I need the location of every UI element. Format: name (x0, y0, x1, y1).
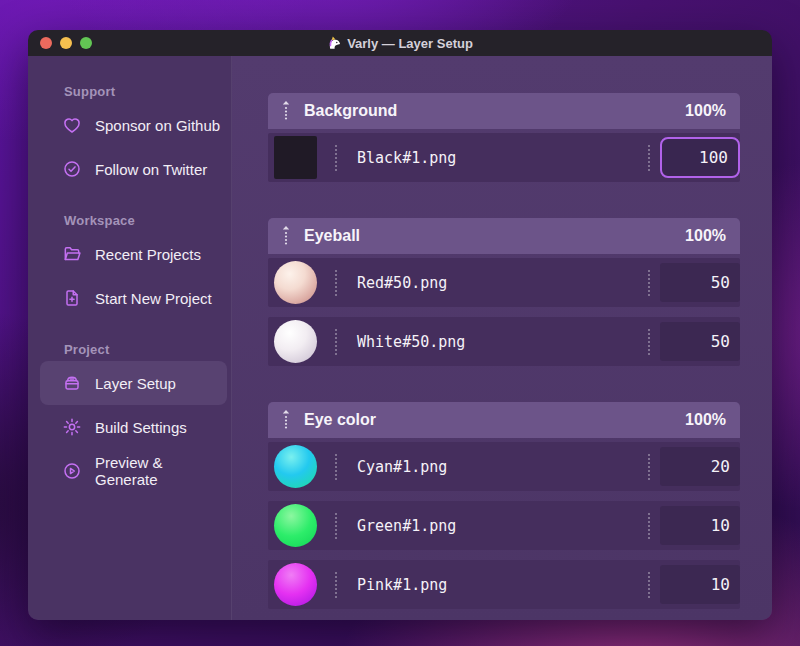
sidebar-section-label: Workspace (28, 213, 231, 232)
window-title: Varly — Layer Setup (28, 36, 772, 51)
layer-weight-input[interactable] (660, 263, 740, 302)
layer-row[interactable]: Green#1.png (268, 501, 740, 550)
gear-icon (62, 417, 82, 437)
layer-filename: Cyan#1.png (357, 458, 447, 476)
divider (648, 513, 650, 539)
layer-weight-input[interactable] (660, 565, 740, 604)
drag-handle-icon[interactable] (280, 225, 292, 247)
sidebar-item-label: Preview & Generate (95, 454, 227, 488)
divider (335, 270, 337, 296)
sidebar-section: Workspace Recent Projects Start New Proj… (28, 213, 231, 320)
sidebar-item-follow-on-twitter[interactable]: Follow on Twitter (40, 147, 227, 191)
red-sphere-thumbnail (274, 261, 317, 304)
divider (648, 454, 650, 480)
sidebar-section: Support Sponsor on Github Follow on Twit… (28, 84, 231, 191)
layer-weight-input[interactable] (660, 322, 740, 361)
sidebar-item-sponsor-on-github[interactable]: Sponsor on Github (40, 103, 227, 147)
layer-filename: Green#1.png (357, 517, 456, 535)
layer-group-title: Eyeball (304, 227, 360, 245)
layer-group-percent: 100% (685, 411, 726, 429)
layer-filename: Black#1.png (357, 149, 456, 167)
layer-group-eye-color: Eye color 100% Cyan#1.png Green#1.png Pi… (268, 402, 740, 609)
layers-icon (62, 373, 82, 393)
sidebar-item-recent-projects[interactable]: Recent Projects (40, 232, 227, 276)
black-square-thumbnail (274, 136, 317, 179)
sidebar-item-label: Sponsor on Github (95, 117, 220, 134)
green-sphere-thumbnail (274, 504, 317, 547)
divider (335, 329, 337, 355)
white-sphere-thumbnail (274, 320, 317, 363)
layer-group-percent: 100% (685, 102, 726, 120)
traffic-lights (40, 37, 92, 49)
layer-weight-input[interactable] (660, 447, 740, 486)
window-title-text: Varly — Layer Setup (347, 36, 473, 51)
sidebar-item-label: Layer Setup (95, 375, 176, 392)
heart-icon (62, 115, 82, 135)
layer-row[interactable]: Red#50.png (268, 258, 740, 307)
sidebar-section-label: Support (28, 84, 231, 103)
layer-row[interactable]: Cyan#1.png (268, 442, 740, 491)
window-body: Support Sponsor on Github Follow on Twit… (28, 56, 772, 620)
divider (335, 513, 337, 539)
divider (648, 572, 650, 598)
close-button[interactable] (40, 37, 52, 49)
zoom-button[interactable] (80, 37, 92, 49)
layer-group-title: Eye color (304, 411, 376, 429)
sidebar-item-label: Recent Projects (95, 246, 201, 263)
divider (648, 329, 650, 355)
layer-filename: Red#50.png (357, 274, 447, 292)
divider (335, 145, 337, 171)
divider (335, 454, 337, 480)
desktop-background: Varly — Layer Setup Support Sponsor on G… (0, 0, 800, 646)
layer-setup-panel: Background 100% Black#1.png Eyeball 100% (232, 56, 772, 620)
app-window: Varly — Layer Setup Support Sponsor on G… (28, 30, 772, 620)
drag-handle-icon[interactable] (280, 409, 292, 431)
minimize-button[interactable] (60, 37, 72, 49)
file-plus-icon (62, 288, 82, 308)
divider (648, 270, 650, 296)
layer-row[interactable]: Pink#1.png (268, 560, 740, 609)
divider (335, 572, 337, 598)
layer-row[interactable]: White#50.png (268, 317, 740, 366)
layer-row[interactable]: Black#1.png (268, 133, 740, 182)
sidebar-item-label: Start New Project (95, 290, 212, 307)
sidebar-item-start-new-project[interactable]: Start New Project (40, 276, 227, 320)
sidebar-item-label: Build Settings (95, 419, 187, 436)
layer-weight-input[interactable] (660, 137, 740, 178)
layer-group-percent: 100% (685, 227, 726, 245)
layer-filename: White#50.png (357, 333, 465, 351)
layer-group-title: Background (304, 102, 397, 120)
layer-filename: Pink#1.png (357, 576, 447, 594)
sidebar-item-build-settings[interactable]: Build Settings (40, 405, 227, 449)
sidebar-item-preview-generate[interactable]: Preview & Generate (40, 449, 227, 493)
cyan-sphere-thumbnail (274, 445, 317, 488)
verified-check-icon (62, 159, 82, 179)
folder-open-icon (62, 244, 82, 264)
pink-sphere-thumbnail (274, 563, 317, 606)
layer-group-background: Background 100% Black#1.png (268, 93, 740, 182)
sidebar-section-label: Project (28, 342, 231, 361)
layer-group-header[interactable]: Eye color 100% (268, 402, 740, 438)
sidebar-item-layer-setup[interactable]: Layer Setup (40, 361, 227, 405)
layer-group-header[interactable]: Background 100% (268, 93, 740, 129)
layer-weight-input[interactable] (660, 506, 740, 545)
play-circle-icon (62, 461, 82, 481)
layer-group-eyeball: Eyeball 100% Red#50.png White#50.png (268, 218, 740, 366)
sidebar: Support Sponsor on Github Follow on Twit… (28, 56, 232, 620)
window-titlebar[interactable]: Varly — Layer Setup (28, 30, 772, 56)
sidebar-item-label: Follow on Twitter (95, 161, 207, 178)
layer-group-header[interactable]: Eyeball 100% (268, 218, 740, 254)
drag-handle-icon[interactable] (280, 100, 292, 122)
unicorn-app-icon (327, 36, 342, 51)
sidebar-section: Project Layer Setup Build Settings Previ… (28, 342, 231, 493)
divider (648, 145, 650, 171)
